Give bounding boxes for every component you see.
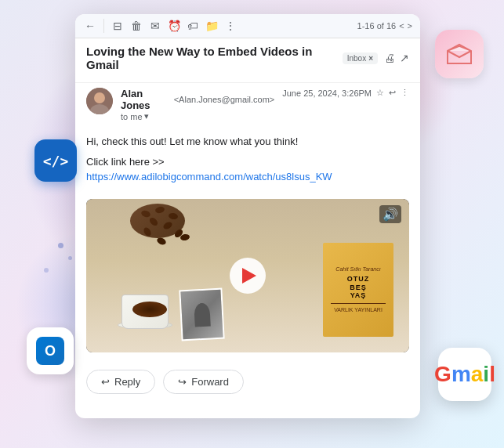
sender-info: Alan Jones <Alan.Jones@gmail.com> to me … <box>121 88 274 121</box>
gmail-icon-widget: Gmail <box>438 348 491 401</box>
play-button[interactable] <box>230 258 266 294</box>
tag-icon[interactable]: 🏷 <box>186 19 200 33</box>
play-triangle-icon <box>242 268 256 284</box>
inbox-badge[interactable]: Inbox × <box>343 52 378 64</box>
mail-open-icon <box>446 43 473 65</box>
volume-icon[interactable]: 🔊 <box>379 205 401 223</box>
action-row: ↩ Reply ↪ Forward <box>75 360 420 403</box>
prev-icon[interactable]: < <box>399 21 404 31</box>
email-subject: Loving the New Way to Embed Videos in Gm… <box>86 45 336 71</box>
book-yellow: Cahit Sıtkı Tarancı OTUZBEŞYAŞ VARLIK YA… <box>323 243 393 337</box>
coffee-bowl <box>130 204 185 238</box>
sender-email: <Alan.Jones@gmail.com> <box>174 95 275 104</box>
mail-open-icon-widget <box>435 30 484 78</box>
forward-arrow-icon: ↪ <box>178 376 187 388</box>
email-body: Hi, check this out! Let me know what you… <box>75 128 420 191</box>
more-icon[interactable]: ⋮ <box>223 19 237 33</box>
decorative-dot <box>68 256 72 260</box>
expand-recipients-icon[interactable]: ▾ <box>144 111 149 121</box>
clock-icon[interactable]: ⏰ <box>167 19 181 33</box>
star-icon[interactable]: ☆ <box>376 88 384 98</box>
forward-button[interactable]: ↪ Forward <box>163 370 244 394</box>
video-scene: Cahit Sıtkı Tarancı OTUZBEŞYAŞ VARLIK YA… <box>86 199 409 352</box>
toolbar-separator <box>103 19 104 33</box>
code-icon-widget: </> <box>34 139 77 182</box>
reply-arrow-icon: ↩ <box>101 376 110 388</box>
sender-to: to me ▾ <box>121 111 274 121</box>
email-link[interactable]: https://www.adilobigcommand.com/watch/us… <box>86 171 332 182</box>
outlook-icon-widget: Ο <box>27 327 74 374</box>
delete-icon[interactable]: 🗑 <box>129 19 143 33</box>
body-link-line: Click link here >> https://www.adilobigc… <box>86 154 409 185</box>
outlook-logo: Ο <box>36 337 64 365</box>
sender-row: Alan Jones <Alan.Jones@gmail.com> to me … <box>75 83 420 128</box>
coffee-surface <box>132 302 167 317</box>
decorative-dot <box>58 243 63 248</box>
book-divider <box>331 303 386 304</box>
book-title: OTUZBEŞYAŞ <box>347 275 370 300</box>
decorative-dot <box>44 268 49 273</box>
subject-row: Loving the New Way to Embed Videos in Gm… <box>86 45 409 71</box>
email-count: 1-16 of 16 < > <box>357 21 412 31</box>
book-author: Cahit Sıtkı Tarancı <box>335 266 380 272</box>
body-line1: Hi, check this out! Let me know what you… <box>86 134 409 150</box>
video-container: Cahit Sıtkı Tarancı OTUZBEŞYAŞ VARLIK YA… <box>86 199 409 352</box>
badge-close-icon[interactable]: × <box>368 54 373 63</box>
more-options-icon[interactable]: ⋮ <box>401 88 409 98</box>
archive-icon[interactable]: ⊟ <box>111 19 125 33</box>
book-subtitle: VARLIK YAYINLARI <box>334 307 383 313</box>
sender-meta: June 25, 2024, 3:26PM ☆ ↩ ⋮ <box>282 88 409 98</box>
reply-button[interactable]: ↩ Reply <box>86 370 155 394</box>
gmail-logo: Gmail <box>434 362 495 387</box>
code-icon: </> <box>43 153 69 169</box>
sender-avatar <box>86 88 113 114</box>
email-date: June 25, 2024, 3:26PM <box>282 89 372 98</box>
email-header-icons: 🖨 ↗ <box>384 52 409 64</box>
gmail-toolbar: ← ⊟ 🗑 ✉ ⏰ 🏷 📁 ⋮ 1-16 of 16 < > <box>75 14 420 38</box>
external-link-icon[interactable]: ↗ <box>400 52 409 64</box>
sender-name: Alan Jones <box>121 88 171 111</box>
svg-point-1 <box>94 92 105 103</box>
gmail-window: ← ⊟ 🗑 ✉ ⏰ 🏷 📁 ⋮ 1-16 of 16 < > Loving th… <box>75 14 420 418</box>
email-header: Loving the New Way to Embed Videos in Gm… <box>75 38 420 83</box>
mail-icon[interactable]: ✉ <box>148 19 162 33</box>
bw-photo <box>179 287 224 341</box>
folder-icon[interactable]: 📁 <box>205 19 219 33</box>
reply-icon[interactable]: ↩ <box>389 88 396 98</box>
print-icon[interactable]: 🖨 <box>384 52 395 64</box>
next-icon[interactable]: > <box>408 21 412 31</box>
coffee-cup <box>118 286 172 329</box>
cup-body <box>121 294 169 329</box>
back-button[interactable]: ← <box>83 19 97 33</box>
